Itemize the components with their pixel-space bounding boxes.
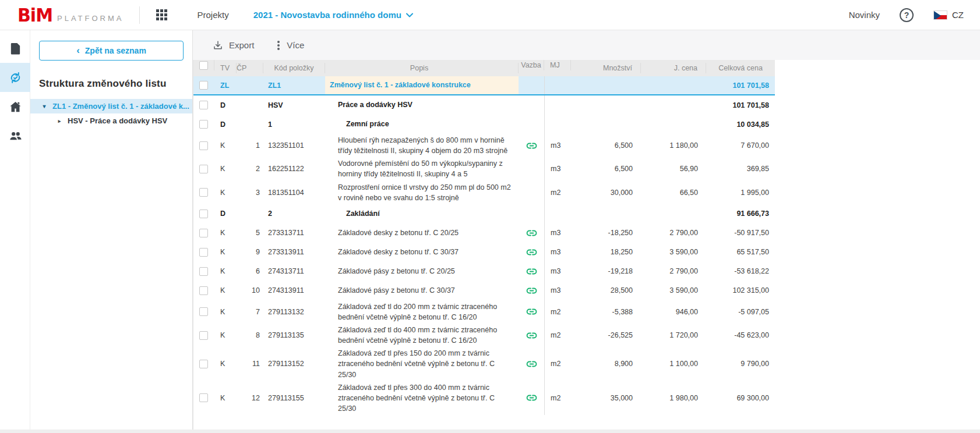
apps-grid-icon[interactable] [156,9,167,20]
cell-j-cena: 3 590,00 [641,247,706,257]
table-row[interactable]: D 2 Zakládání 91 666,73 [193,204,775,223]
cell-j-cena: 946,00 [641,307,706,317]
table-row[interactable]: K 3 181351104 Rozprostření ornice tl vrs… [193,181,775,204]
caret-down-icon[interactable]: ▾ [41,103,48,109]
cell-kod-polozky: 279113152 [263,359,325,369]
cell-kod-polozky: 273313711 [263,228,325,238]
tree-item-zl1[interactable]: ▾ ZL1 - Změnový list č. 1 - základové k.… [30,99,192,113]
row-checkbox[interactable] [199,81,208,90]
tree-item-hsv[interactable]: ▸ HSV - Práce a dodávky HSV [30,113,192,128]
table-row[interactable]: K 6 274313711 Základové pásy z betonu tř… [193,262,775,281]
cell-j-cena [641,123,706,126]
header-tv: TV [214,63,237,73]
row-checkbox[interactable] [199,210,208,218]
cell-tv: K [214,307,237,317]
horizontal-scrollbar[interactable] [0,430,980,433]
row-checkbox[interactable] [199,141,208,150]
link-icon[interactable] [526,228,537,239]
cell-mnozstvi: -19,218 [571,266,641,276]
table-row[interactable]: K 8 279113135 Základová zeď tl do 400 mm… [193,324,775,347]
news-link[interactable]: Novinky [849,10,880,20]
help-icon[interactable]: ? [900,8,914,22]
sync-check-icon[interactable] [0,63,30,92]
row-checkbox[interactable] [199,307,208,316]
link-icon[interactable] [526,247,537,258]
table-row[interactable]: K 5 273313711 Základové desky z betonu t… [193,223,775,243]
row-checkbox[interactable] [199,248,208,257]
table-row[interactable]: K 7 279113132 Základová zeď tl do 200 mm… [193,300,775,324]
table-row[interactable]: D 1 Zemní práce 10 034,85 [193,115,775,134]
row-checkbox[interactable] [199,331,208,340]
cell-kod-polozky: 132351101 [263,140,325,151]
cell-tv: K [214,285,237,296]
table-row[interactable]: K 10 274313911 Základové pásy z betonu t… [193,281,775,300]
header-celkova-cena: Celková cena [706,63,775,73]
table-row[interactable]: K 11 279113152 Základová zeď tl přes 150… [193,347,775,381]
table-row[interactable]: K 2 162251122 Vodorovné přemístění do 50… [193,157,775,180]
row-checkbox[interactable] [199,229,208,237]
cell-cp: 2 [237,164,263,174]
cell-kod-polozky: 2 [263,208,325,219]
cell-popis: Základová zeď tl přes 150 do 200 mm z tv… [325,347,519,381]
language-switcher[interactable]: CZ [933,10,964,20]
cell-kod-polozky: 279113135 [263,330,325,340]
cell-celkova-cena: 7 670,00 [706,140,775,151]
cell-j-cena [641,84,706,87]
row-checkbox[interactable] [199,101,208,109]
cell-cp: 12 [237,393,263,403]
topbar-divider [139,6,140,24]
row-checkbox[interactable] [199,120,208,129]
project-selector[interactable]: 2021 - Novostavba rodinného domu [253,10,413,20]
cell-mj: m2 [544,381,571,415]
cell-vazba [519,115,544,134]
row-checkbox[interactable] [199,165,208,173]
link-icon[interactable] [526,140,537,151]
table-row[interactable]: K 9 273313911 Základové desky z betonu t… [193,243,775,262]
tree-item-label: HSV - Práce a dodávky HSV [68,116,167,125]
cell-j-cena: 2 790,00 [641,266,706,276]
caret-right-icon[interactable]: ▸ [56,118,63,124]
row-checkbox[interactable] [199,393,208,402]
cell-mnozstvi: 8,900 [571,359,641,369]
cell-j-cena: 66,50 [641,187,706,198]
structure-panel: ‹ Zpět na seznam Struktura změnového lis… [30,30,193,433]
cell-celkova-cena: -45 623,00 [706,330,775,340]
cell-celkova-cena: 91 666,73 [706,208,775,219]
more-button[interactable]: Více [276,40,304,50]
table-row[interactable]: K 1 132351101 Hloubení rýh nezapažených … [193,134,775,157]
link-icon[interactable] [526,266,537,277]
row-checkbox[interactable] [199,188,208,197]
cell-vazba [519,157,544,180]
link-icon[interactable] [526,330,537,341]
table-header-row: TV ČP Kód položky Popis Vazba MJ Množstv… [193,60,775,76]
table-row[interactable]: ZL ZL1 Změnový list č. 1 - základové kon… [193,76,775,95]
row-checkbox[interactable] [199,267,208,276]
cell-mnozstvi: -26,525 [571,330,641,340]
row-checkbox[interactable] [199,286,208,295]
row-checkbox[interactable] [199,360,208,368]
table-row[interactable]: D HSV Práce a dodávky HSV 101 701,58 [193,95,775,115]
link-icon[interactable] [526,306,537,317]
link-icon[interactable] [526,285,537,296]
cell-kod-polozky: 273313911 [263,247,325,257]
back-button-label: Zpět na seznam [85,46,146,55]
cell-mnozstvi: 18,250 [571,247,641,257]
export-button[interactable]: Export [213,40,254,51]
cell-cp: 11 [237,359,263,369]
back-to-list-button[interactable]: ‹ Zpět na seznam [39,41,184,61]
link-icon[interactable] [526,392,537,403]
cell-cp: 10 [237,285,263,296]
home-icon[interactable] [0,92,30,121]
app-root: BiM PLATFORMA Projekty 2021 - Novostavba… [0,0,980,433]
cell-mj: m2 [544,181,571,204]
cell-mj [544,76,571,94]
people-icon[interactable] [0,121,30,150]
table-row[interactable]: K 12 279113155 Základová zeď tl přes 300… [193,381,775,415]
link-icon[interactable] [526,359,537,370]
select-all-checkbox[interactable] [199,61,208,70]
bim-logo[interactable]: BiM PLATFORMA [17,5,124,25]
nav-projects-link[interactable]: Projekty [198,10,229,20]
cell-mj [544,204,571,223]
document-icon[interactable] [0,34,30,63]
cell-cp [237,123,263,126]
